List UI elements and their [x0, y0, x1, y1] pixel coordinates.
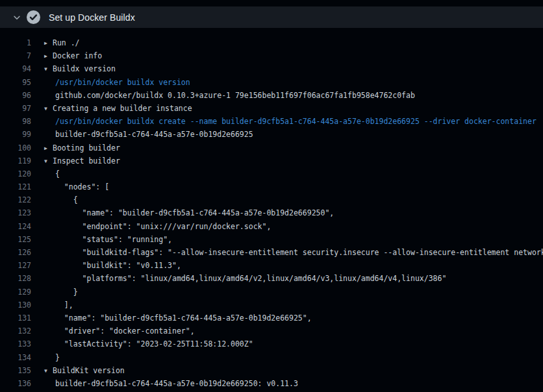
line-number[interactable]: 123: [0, 206, 31, 219]
log-line: 133 "lastActivity": "2023-02-25T11:58:12…: [0, 337, 543, 350]
line-number[interactable]: 1: [0, 36, 31, 49]
log-text: "lastActivity": "2023-02-25T11:58:12.000…: [31, 337, 543, 350]
log-group-toggle[interactable]: ▶Docker info: [31, 49, 543, 62]
line-number[interactable]: 129: [0, 286, 31, 299]
log-line: 125 "status": "running",: [0, 233, 543, 246]
line-number[interactable]: 97: [0, 102, 31, 115]
line-number[interactable]: 95: [0, 76, 31, 89]
log-text: {: [31, 193, 543, 206]
line-number[interactable]: 128: [0, 272, 31, 285]
log-line: 1 ▶Run ./: [0, 36, 543, 49]
log-line: 120 {: [0, 167, 543, 180]
log-line: 119 ▼Inspect builder: [0, 154, 543, 167]
log-group-title[interactable]: Inspect builder: [53, 156, 120, 165]
line-number[interactable]: 120: [0, 167, 31, 180]
log-line: 130 ],: [0, 299, 543, 312]
log-text: {: [31, 167, 543, 180]
line-number[interactable]: 134: [0, 351, 31, 364]
line-number[interactable]: 130: [0, 299, 31, 312]
log-line: 129 }: [0, 286, 543, 299]
line-number[interactable]: 132: [0, 325, 31, 337]
line-number[interactable]: 124: [0, 220, 31, 233]
line-number[interactable]: 94: [0, 62, 31, 75]
log-group-toggle[interactable]: ▼BuildKit version: [31, 364, 543, 377]
triangle-down-icon[interactable]: ▼: [44, 63, 53, 75]
log-line: 121 "nodes": [: [0, 180, 543, 193]
log-line: 122 {: [0, 193, 543, 206]
log-line: 97 ▼Creating a new builder instance: [0, 102, 543, 115]
log-text: github.com/docker/buildx 0.10.3+azure-1 …: [31, 89, 543, 102]
log-line: 136 builder-d9cfb5a1-c764-445a-a57e-0b19…: [0, 377, 543, 390]
step-title: Set up Docker Buildx: [49, 12, 135, 23]
triangle-right-icon[interactable]: ▶: [44, 142, 53, 154]
log-command-text: /usr/bin/docker buildx create --name bui…: [31, 115, 543, 128]
line-number[interactable]: 125: [0, 233, 31, 246]
log-line: 126 "buildkitd-flags": "--allow-insecure…: [0, 246, 543, 259]
line-number[interactable]: 133: [0, 337, 31, 350]
log-text: "nodes": [: [31, 180, 543, 193]
line-number[interactable]: 131: [0, 312, 31, 325]
line-number[interactable]: 98: [0, 115, 31, 128]
triangle-down-icon[interactable]: ▼: [44, 155, 53, 167]
line-number[interactable]: 7: [0, 49, 31, 62]
log-line: 128 "platforms": "linux/amd64,linux/amd6…: [0, 272, 543, 285]
log-text: }: [31, 351, 543, 364]
log-line: 96 github.com/docker/buildx 0.10.3+azure…: [0, 89, 543, 102]
triangle-down-icon[interactable]: ▼: [44, 103, 53, 115]
log-text: "endpoint": "unix:///var/run/docker.sock…: [31, 220, 543, 233]
step-header[interactable]: Set up Docker Buildx: [0, 6, 543, 28]
log-group-title[interactable]: Run ./: [53, 38, 80, 47]
log-line: 132 "driver": "docker-container",: [0, 325, 543, 337]
line-number[interactable]: 126: [0, 246, 31, 259]
log-text: }: [31, 286, 543, 299]
log-viewer: 1 ▶Run ./ 7 ▶Docker info 94 ▼Buildx vers…: [0, 28, 543, 390]
log-line: 131 "name": "builder-d9cfb5a1-c764-445a-…: [0, 312, 543, 325]
log-group-toggle[interactable]: ▼Buildx version: [31, 62, 543, 75]
log-text: ],: [31, 299, 543, 312]
log-line: 99 builder-d9cfb5a1-c764-445a-a57e-0b19d…: [0, 128, 543, 141]
chevron-down-icon[interactable]: [12, 12, 22, 23]
line-number[interactable]: 122: [0, 193, 31, 206]
log-line: 95 /usr/bin/docker buildx version: [0, 76, 543, 89]
triangle-right-icon[interactable]: ▶: [44, 37, 53, 49]
triangle-right-icon[interactable]: ▶: [44, 50, 53, 62]
triangle-down-icon[interactable]: ▼: [44, 365, 53, 377]
log-group-title[interactable]: BuildKit version: [53, 366, 125, 375]
log-text: "buildkit": "v0.11.3",: [31, 259, 543, 272]
line-number[interactable]: 119: [0, 154, 31, 167]
log-line: 94 ▼Buildx version: [0, 62, 543, 75]
log-text: builder-d9cfb5a1-c764-445a-a57e-0b19d2e6…: [31, 128, 543, 141]
line-number[interactable]: 127: [0, 259, 31, 272]
log-line: 127 "buildkit": "v0.11.3",: [0, 259, 543, 272]
log-line: 123 "name": "builder-d9cfb5a1-c764-445a-…: [0, 206, 543, 219]
log-line: 134 }: [0, 351, 543, 364]
log-group-toggle[interactable]: ▶Run ./: [31, 36, 543, 49]
line-number[interactable]: 96: [0, 89, 31, 102]
line-number[interactable]: 121: [0, 180, 31, 193]
log-line: 7 ▶Docker info: [0, 49, 543, 62]
log-group-title[interactable]: Booting builder: [53, 143, 120, 153]
line-number[interactable]: 99: [0, 128, 31, 141]
log-group-title[interactable]: Docker info: [53, 51, 102, 60]
log-group-toggle[interactable]: ▼Creating a new builder instance: [31, 102, 543, 115]
log-line: 135 ▼BuildKit version: [0, 364, 543, 377]
log-line: 98 /usr/bin/docker buildx create --name …: [0, 115, 543, 128]
log-group-toggle[interactable]: ▶Booting builder: [31, 141, 543, 154]
log-line: 100 ▶Booting builder: [0, 141, 543, 154]
log-group-title[interactable]: Buildx version: [53, 64, 116, 73]
log-text: "platforms": "linux/amd64,linux/amd64/v2…: [31, 272, 543, 285]
line-number[interactable]: 100: [0, 141, 31, 154]
log-text: "name": "builder-d9cfb5a1-c764-445a-a57e…: [31, 312, 543, 325]
log-command-text: /usr/bin/docker buildx version: [31, 76, 543, 89]
check-circle-icon: [27, 10, 40, 24]
log-text: "driver": "docker-container",: [31, 325, 543, 337]
log-group-title[interactable]: Creating a new builder instance: [53, 104, 192, 113]
log-group-toggle[interactable]: ▼Inspect builder: [31, 154, 543, 167]
log-text: builder-d9cfb5a1-c764-445a-a57e-0b19d2e6…: [31, 377, 543, 390]
line-number[interactable]: 136: [0, 377, 31, 390]
log-text: "buildkitd-flags": "--allow-insecure-ent…: [31, 246, 543, 259]
log-text: "name": "builder-d9cfb5a1-c764-445a-a57e…: [31, 206, 543, 219]
log-text: "status": "running",: [31, 233, 543, 246]
log-line: 124 "endpoint": "unix:///var/run/docker.…: [0, 220, 543, 233]
line-number[interactable]: 135: [0, 364, 31, 377]
